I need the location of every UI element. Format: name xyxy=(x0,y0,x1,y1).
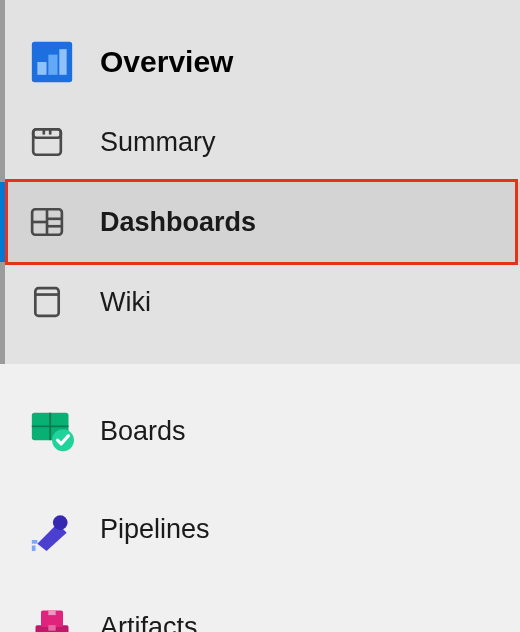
sidebar-item-wiki[interactable]: Wiki xyxy=(5,262,520,342)
sidebar-item-pipelines[interactable]: Pipelines xyxy=(5,480,520,578)
svg-rect-1 xyxy=(37,62,46,75)
svg-rect-24 xyxy=(48,625,55,631)
sidebar-item-summary[interactable]: Summary xyxy=(5,102,520,182)
svg-rect-4 xyxy=(33,129,61,155)
svg-rect-5 xyxy=(33,129,61,138)
overview-icon xyxy=(30,40,100,84)
svg-rect-2 xyxy=(48,55,57,75)
sidebar-item-artifacts[interactable]: Artifacts xyxy=(5,578,520,632)
svg-rect-25 xyxy=(48,611,55,616)
svg-rect-13 xyxy=(35,288,58,316)
overview-label: Overview xyxy=(100,45,233,79)
svg-rect-21 xyxy=(32,546,36,552)
artifacts-icon xyxy=(30,605,100,632)
svg-point-19 xyxy=(53,515,68,530)
dashboards-icon xyxy=(30,205,100,239)
overview-group: Overview Summary xyxy=(0,0,520,364)
summary-icon xyxy=(30,125,100,159)
wiki-icon xyxy=(30,285,100,319)
sidebar-item-dashboards[interactable]: Dashboards xyxy=(0,182,520,262)
artifacts-label: Artifacts xyxy=(100,612,198,633)
pipelines-icon xyxy=(30,507,100,551)
sidebar-nav: Overview Summary xyxy=(0,0,520,632)
sidebar-item-boards[interactable]: Boards xyxy=(5,382,520,480)
boards-icon xyxy=(30,409,100,453)
sidebar-collapsed-group: Boards Pipelines xyxy=(0,364,520,632)
sidebar-item-overview[interactable]: Overview xyxy=(5,22,520,102)
boards-label: Boards xyxy=(100,416,186,447)
dashboards-label: Dashboards xyxy=(100,207,256,238)
wiki-label: Wiki xyxy=(100,287,151,318)
svg-rect-3 xyxy=(59,49,66,75)
summary-label: Summary xyxy=(100,127,216,158)
svg-rect-20 xyxy=(32,540,37,544)
pipelines-label: Pipelines xyxy=(100,514,210,545)
